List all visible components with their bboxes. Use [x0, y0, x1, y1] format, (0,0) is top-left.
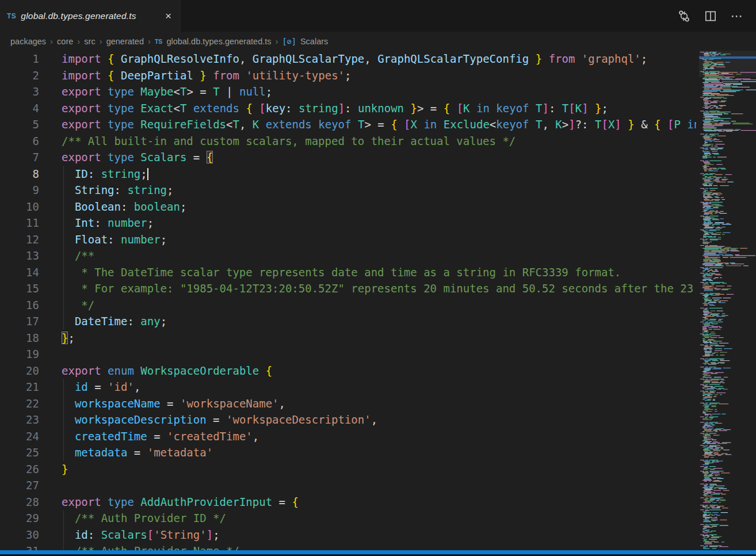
line-number: 16	[0, 297, 39, 314]
symbol-type-icon: [⊘]	[282, 37, 296, 46]
split-editor-icon[interactable]	[702, 7, 719, 25]
breadcrumb-separator: ›	[77, 36, 80, 46]
line-number: 4	[0, 100, 39, 117]
line-number: 2	[0, 67, 39, 84]
code-line-6: 6/** All built-in and custom scalars, ma…	[0, 133, 696, 150]
breadcrumb-item-symbol-scalars[interactable]: Scalars	[300, 37, 328, 46]
line-number: 10	[0, 199, 39, 215]
breadcrumb-separator: ›	[100, 36, 102, 46]
line-number: 21	[0, 379, 39, 395]
line-number: 30	[0, 527, 39, 543]
line-number: 7	[0, 149, 39, 166]
code-line-17: 17 DateTime: any;	[0, 313, 696, 330]
editor-actions: ⋯	[675, 0, 756, 32]
breadcrumb-item-filename[interactable]: global.db.types.generated.ts	[166, 37, 271, 46]
breadcrumb-separator: ›	[276, 36, 278, 46]
close-tab-icon[interactable]: ×	[163, 10, 173, 21]
code-line-2: 2import { DeepPartial } from 'utility-ty…	[0, 67, 696, 84]
line-number: 13	[0, 247, 39, 264]
code-line-24: 24 createdTime = 'createdTime',	[0, 428, 696, 445]
line-number: 22	[0, 395, 39, 412]
code-line-25: 25 metadata = 'metadata'	[0, 444, 696, 461]
code-line-5: 5export type RequireFields<T, K extends …	[0, 116, 696, 133]
tab-title: global.db.types.generated.ts	[21, 11, 136, 21]
code-line-10: 10 Boolean: boolean;	[0, 199, 696, 215]
line-number: 15	[0, 280, 39, 297]
line-number: 23	[0, 412, 39, 428]
line-number: 1	[0, 51, 39, 67]
code-line-14: 14 * The DateTime scalar type represents…	[0, 264, 696, 281]
line-number: 14	[0, 264, 39, 281]
code-editor[interactable]: 1import { GraphQLResolveInfo, GraphQLSca…	[0, 51, 696, 556]
line-number: 29	[0, 510, 39, 527]
code-line-16: 16 */	[0, 297, 696, 314]
line-number: 25	[0, 444, 39, 461]
code-line-29: 29 /** Auth Provider ID */	[0, 510, 696, 527]
line-number: 19	[0, 346, 39, 363]
breadcrumb-item-packages[interactable]: packages	[10, 37, 46, 46]
code-line-20: 20export enum WorkspaceOrderable {	[0, 363, 696, 379]
line-number: 5	[0, 116, 39, 133]
code-line-23: 23 workspaceDescription = 'workspaceDesc…	[0, 412, 696, 428]
code-line-8: 8 ID: string;	[0, 166, 696, 182]
code-line-3: 3export type Maybe<T> = T | null;	[0, 83, 696, 100]
tab-global-db-types-generated[interactable]: TS global.db.types.generated.ts ×	[0, 0, 181, 32]
code-line-11: 11 Int: number;	[0, 215, 696, 231]
line-number: 20	[0, 363, 39, 379]
breadcrumb-separator: ›	[148, 36, 151, 46]
code-line-21: 21 id = 'id',	[0, 379, 696, 395]
code-line-18: 18};	[0, 330, 696, 346]
code-line-9: 9 String: string;	[0, 182, 696, 199]
line-number: 6	[0, 133, 39, 150]
line-number: 12	[0, 231, 39, 248]
code-line-30: 30 id: Scalars['String'];	[0, 527, 696, 543]
typescript-file-icon: TS	[7, 12, 16, 20]
status-progress-bar	[0, 550, 756, 554]
line-number: 3	[0, 83, 39, 100]
tab-bar: TS global.db.types.generated.ts × ⋯	[0, 0, 756, 32]
code-line-22: 22 workspaceName = 'workspaceName',	[0, 395, 696, 412]
code-line-27: 27	[0, 477, 696, 494]
vscode-editor-window: { "tab_bar": { "tabs": [ { "icon": "TS",…	[0, 0, 756, 556]
minimap[interactable]	[699, 51, 756, 550]
code-line-12: 12 Float: number;	[0, 231, 696, 248]
breadcrumb: packages › core › src › generated › TS g…	[0, 32, 756, 51]
code-line-1: 1import { GraphQLResolveInfo, GraphQLSca…	[0, 51, 696, 67]
text-cursor	[147, 168, 148, 180]
code-line-13: 13 /**	[0, 247, 696, 264]
line-number: 18	[0, 330, 39, 346]
code-line-19: 19	[0, 346, 696, 363]
line-number: 11	[0, 215, 39, 231]
line-number: 24	[0, 428, 39, 445]
breadcrumb-item-src[interactable]: src	[84, 37, 95, 46]
breadcrumb-item-core[interactable]: core	[57, 37, 73, 46]
open-changes-icon[interactable]	[675, 7, 693, 25]
breadcrumb-item-generated[interactable]: generated	[106, 37, 144, 46]
line-number: 8	[0, 166, 39, 182]
code-line-15: 15 * For example: "1985-04-12T23:20:50.5…	[0, 280, 696, 297]
line-number: 26	[0, 461, 39, 478]
breadcrumb-separator: ›	[50, 36, 53, 46]
code-line-28: 28export type AddAuthProviderInput = {	[0, 494, 696, 511]
code-line-26: 26}	[0, 461, 696, 478]
code-line-4: 4export type Exact<T extends { [key: str…	[0, 100, 696, 117]
typescript-file-icon: TS	[155, 38, 162, 45]
line-number: 9	[0, 182, 39, 199]
more-actions-icon[interactable]: ⋯	[728, 7, 746, 25]
line-number: 17	[0, 313, 39, 330]
code-line-7: 7export type Scalars = {	[0, 149, 696, 166]
line-number: 28	[0, 494, 39, 511]
line-number: 27	[0, 477, 39, 494]
